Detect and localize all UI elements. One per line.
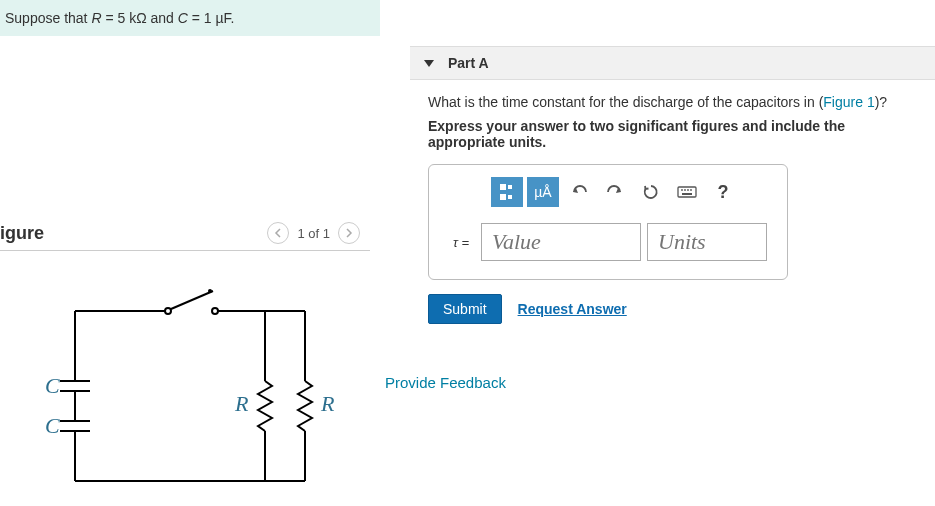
provide-feedback-link[interactable]: Provide Feedback <box>385 374 935 391</box>
figure-link[interactable]: Figure 1 <box>823 94 874 110</box>
figure-title: igure <box>0 223 44 244</box>
keyboard-button[interactable] <box>671 177 703 207</box>
svg-rect-18 <box>500 184 506 190</box>
svg-line-10 <box>171 291 213 309</box>
svg-point-11 <box>212 308 218 314</box>
res-label-2: R <box>320 391 335 416</box>
given-prefix: Suppose that <box>5 10 91 26</box>
figure-prev-button[interactable] <box>267 222 289 244</box>
figure-nav: 1 of 1 <box>267 222 360 244</box>
given-r-sym: R <box>91 10 101 26</box>
undo-button[interactable] <box>563 177 595 207</box>
part-header[interactable]: Part A <box>410 46 935 80</box>
fraction-icon <box>498 183 516 201</box>
units-tool-button[interactable]: µÅ <box>527 177 559 207</box>
figure-panel: igure 1 of 1 <box>0 222 370 501</box>
res-label-1: R <box>234 391 249 416</box>
cap-label-1: C <box>45 373 60 398</box>
circuit-diagram: C C R R <box>25 271 345 501</box>
svg-rect-22 <box>678 187 696 197</box>
given-values: Suppose that R = 5 kΩ and C = 1 µF. <box>0 0 380 36</box>
reset-button[interactable] <box>635 177 667 207</box>
keyboard-icon <box>677 185 697 199</box>
value-input[interactable] <box>481 223 641 261</box>
svg-point-24 <box>684 189 686 191</box>
given-c-sym: C <box>178 10 188 26</box>
svg-rect-27 <box>682 193 692 195</box>
answer-box: µÅ ? τ = <box>428 164 788 280</box>
svg-point-25 <box>687 189 689 191</box>
question-pre: What is the time constant for the discha… <box>428 94 823 110</box>
request-answer-link[interactable]: Request Answer <box>518 301 627 317</box>
svg-point-26 <box>690 189 692 191</box>
submit-button[interactable]: Submit <box>428 294 502 324</box>
part-title: Part A <box>448 55 489 71</box>
reset-icon <box>643 184 659 200</box>
answer-toolbar: µÅ ? <box>491 177 775 207</box>
units-input[interactable] <box>647 223 767 261</box>
tau-label: τ = <box>441 223 481 261</box>
figure-next-button[interactable] <box>338 222 360 244</box>
given-c-eq: = 1 µF. <box>188 10 235 26</box>
chevron-left-icon <box>274 228 282 238</box>
cap-label-2: C <box>45 413 60 438</box>
given-r-eq: = 5 kΩ and <box>102 10 178 26</box>
answer-instruction: Express your answer to two significant f… <box>410 118 935 164</box>
question-text: What is the time constant for the discha… <box>410 80 935 118</box>
template-button[interactable] <box>491 177 523 207</box>
redo-icon <box>606 185 624 199</box>
figure-nav-text: 1 of 1 <box>297 226 330 241</box>
question-post: )? <box>875 94 887 110</box>
svg-point-23 <box>681 189 683 191</box>
redo-button[interactable] <box>599 177 631 207</box>
chevron-right-icon <box>345 228 353 238</box>
svg-rect-20 <box>500 194 506 200</box>
svg-point-12 <box>208 289 212 293</box>
help-button[interactable]: ? <box>707 177 739 207</box>
svg-rect-21 <box>508 195 512 199</box>
svg-point-9 <box>165 308 171 314</box>
svg-rect-19 <box>508 185 512 189</box>
collapse-icon <box>424 60 434 67</box>
undo-icon <box>570 185 588 199</box>
